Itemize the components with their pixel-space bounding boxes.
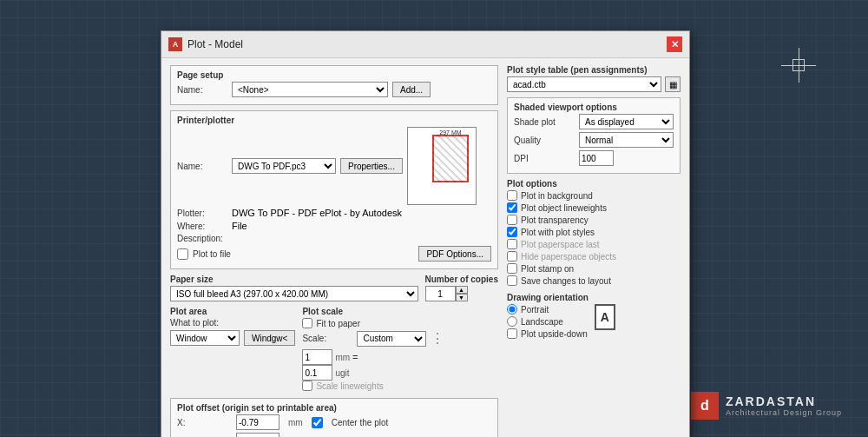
- right-panel: Plot style table (pen assignments) acad.…: [507, 65, 681, 437]
- plot-area-label: Plot area: [170, 307, 295, 316]
- upside-down-row: Plot upside-down: [507, 328, 588, 339]
- x-unit: mm: [288, 418, 303, 427]
- copies-input[interactable]: 1: [425, 286, 456, 301]
- hide-paperspace-row: Hide paperspace objects: [507, 251, 681, 262]
- dpi-label: DPI: [514, 154, 575, 163]
- x-label: X:: [177, 418, 227, 427]
- paper-size-select[interactable]: ISO full bleed A3 (297.00 x 420.00 MM): [170, 286, 418, 301]
- plot-style-section: Plot style table (pen assignments) acad.…: [507, 65, 681, 92]
- plot-style-select[interactable]: acad.ctb: [507, 76, 661, 92]
- plot-dialog: A Plot - Model ✕ Page setup Name: <None>…: [161, 30, 690, 437]
- scale-unit2-label: ugit: [335, 368, 349, 378]
- center-plot-checkbox[interactable]: [312, 417, 323, 428]
- scale-num-input[interactable]: 1: [302, 349, 332, 365]
- x-input[interactable]: -0.79: [236, 414, 279, 430]
- scale-expand-icon[interactable]: ⋮: [431, 330, 444, 347]
- background-checkbox[interactable]: [507, 190, 517, 201]
- portrait-label: Portrait: [521, 305, 549, 315]
- pdf-options-button[interactable]: PDF Options...: [418, 246, 491, 262]
- portrait-radio[interactable]: [507, 304, 517, 315]
- scale-label: Scale:: [302, 334, 352, 343]
- background-label: Plot in background: [521, 191, 593, 201]
- properties-button[interactable]: Properties...: [340, 158, 403, 174]
- plot-style-label: Plot style table (pen assignments): [507, 65, 681, 75]
- dpi-input[interactable]: 100: [579, 150, 614, 166]
- plot-styles-checkbox[interactable]: [507, 227, 517, 237]
- app-icon: A: [168, 37, 182, 51]
- scale-row: Scale: Custom ⋮: [302, 330, 444, 347]
- stamp-row: Plot stamp on: [507, 263, 681, 274]
- landscape-label: Landscape: [521, 317, 563, 327]
- plotter-value: DWG To PDF - PDF ePlot - by Autodesk: [232, 208, 402, 218]
- lineweights-row: Plot object lineweights: [507, 202, 681, 213]
- landscape-radio[interactable]: [507, 316, 517, 327]
- preview-hatch: [432, 135, 469, 182]
- plot-styles-label: Plot with plot styles: [521, 228, 595, 237]
- printer-name-label: Name:: [177, 162, 227, 171]
- plot-offset-label: Plot offset (origin set to printable are…: [177, 403, 491, 413]
- scale-denom-row: 0.1 ugit: [302, 365, 444, 381]
- background-row: Plot in background: [507, 190, 681, 201]
- hide-paperspace-checkbox[interactable]: [507, 251, 517, 262]
- transparency-checkbox[interactable]: [507, 215, 517, 225]
- printer-label: Printer/plotter: [177, 116, 491, 125]
- add-button[interactable]: Add...: [392, 82, 431, 97]
- dialog-title: Plot - Model: [187, 38, 243, 50]
- plot-style-row: acad.ctb ▦: [507, 76, 681, 92]
- copies-up-button[interactable]: ▲: [456, 286, 468, 294]
- paperspace-last-checkbox[interactable]: [507, 239, 517, 249]
- page-setup-select[interactable]: <None>: [232, 82, 388, 97]
- shaded-viewport-section: Shaded viewport options Shade plot As di…: [507, 97, 681, 174]
- paperspace-last-label: Plot paperspace last: [521, 240, 600, 249]
- scale-lineweights-checkbox[interactable]: [302, 381, 312, 391]
- copies-down-button[interactable]: ▼: [456, 294, 468, 301]
- window-button[interactable]: Windgw<: [244, 330, 295, 346]
- what-to-plot-select[interactable]: Window: [170, 330, 240, 346]
- paperspace-last-row: Plot paperspace last: [507, 239, 681, 249]
- where-label: Where:: [177, 222, 227, 231]
- quality-select[interactable]: Normal: [579, 132, 674, 148]
- scale-denom-input[interactable]: 0.1: [302, 365, 332, 381]
- stamp-checkbox[interactable]: [507, 263, 517, 274]
- preview-thumbnail: 297 MM: [407, 127, 477, 205]
- orientation-a-icon: A: [595, 304, 615, 330]
- plot-area-section: Plot area What to plot: Window Windgw<: [170, 307, 295, 393]
- plotter-label: Plotter:: [177, 209, 227, 218]
- plot-options-section: Plot options Plot in background Plot obj…: [507, 179, 681, 288]
- shade-plot-select[interactable]: As displayed: [579, 114, 674, 129]
- plot-scale-label: Plot scale: [302, 307, 444, 316]
- shade-plot-label: Shade plot: [514, 117, 575, 127]
- scale-value-row: 1 mm =: [302, 349, 444, 365]
- lineweights-checkbox[interactable]: [507, 202, 517, 213]
- center-plot-label: Center the plot: [332, 418, 389, 427]
- quality-row: Quality Normal: [514, 132, 674, 148]
- upside-down-label: Plot upside-down: [521, 329, 588, 339]
- logo-sub: Architectural Design Group: [726, 408, 842, 417]
- fit-to-paper-checkbox[interactable]: [302, 318, 312, 328]
- scale-select[interactable]: Custom: [357, 331, 426, 347]
- logo-text: ZARDASTAN Architectural Design Group: [726, 394, 842, 417]
- printer-section: Printer/plotter Name: DWG To PDF.pc3 Pro…: [170, 110, 498, 269]
- plot-to-file-checkbox[interactable]: [177, 248, 188, 260]
- quality-label: Quality: [514, 136, 575, 145]
- close-button[interactable]: ✕: [667, 36, 682, 52]
- copies-section: Number of copies 1 ▲ ▼: [425, 275, 498, 301]
- title-bar: A Plot - Model ✕: [161, 31, 689, 58]
- window-row: Window Windgw<: [170, 330, 295, 346]
- crosshair-box: [792, 59, 805, 71]
- landscape-row: Landscape: [507, 316, 588, 327]
- logo-icon: d: [691, 392, 719, 420]
- plot-style-grid-icon[interactable]: ▦: [665, 76, 681, 92]
- plot-options-label: Plot options: [507, 179, 681, 189]
- orientation-section: Drawing orientation Portrait Landscape: [507, 293, 681, 341]
- printer-select[interactable]: DWG To PDF.pc3: [232, 158, 336, 174]
- page-setup-row: Name: <None> Add...: [177, 82, 491, 97]
- save-changes-checkbox[interactable]: [507, 275, 517, 286]
- save-changes-row: Save changes to layout: [507, 275, 681, 286]
- upside-down-checkbox[interactable]: [507, 328, 517, 339]
- y-row: Y: -0.79 mm: [177, 433, 491, 437]
- hide-paperspace-label: Hide paperspace objects: [521, 252, 616, 262]
- logo-name: ZARDASTAN: [726, 394, 842, 408]
- copies-spinner-buttons: ▲ ▼: [456, 286, 468, 301]
- y-input[interactable]: -0.79: [236, 433, 279, 437]
